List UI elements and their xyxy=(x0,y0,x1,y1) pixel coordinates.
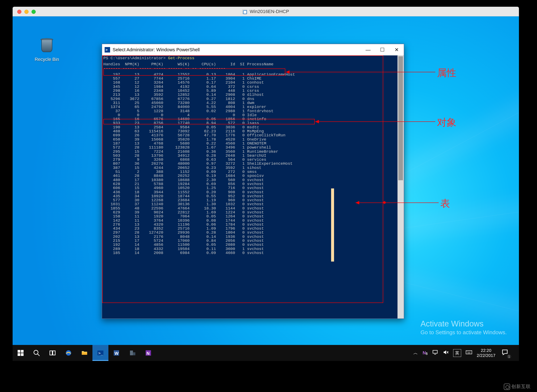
powershell-icon: >_ xyxy=(97,349,104,356)
system-tray[interactable]: ︿ N§ 英 22:20 2/22/2017 1 xyxy=(408,345,519,361)
tray-notifications-icon[interactable]: 1 xyxy=(501,349,514,357)
mac-minimize-button[interactable] xyxy=(24,10,28,14)
recycle-bin-label: Recycle Bin xyxy=(33,57,61,62)
svg-rect-1 xyxy=(21,350,23,353)
taskbar-powershell[interactable]: >_ xyxy=(93,345,108,361)
onenote-icon: N xyxy=(145,349,152,356)
svg-rect-6 xyxy=(50,351,52,355)
tray-clock[interactable]: 22:20 2/22/2017 xyxy=(477,348,497,358)
svg-text:W: W xyxy=(115,351,119,356)
process-row: 192 14 4856 11500 0.05 2080 0 svchost xyxy=(103,243,404,247)
taskbar[interactable]: >_ W N ︿ N§ 英 22:20 2/22/2 xyxy=(13,345,519,361)
process-rows: 197 13 4224 17552 0.13 1864 1 Applicatio… xyxy=(103,73,404,255)
scrollbar-thumb[interactable] xyxy=(398,56,403,180)
desktop-icon-recycle-bin[interactable]: Recycle Bin xyxy=(33,37,61,62)
process-row: 807 36 26276 48000 0.97 3272 1 ShellExpe… xyxy=(103,162,404,166)
mac-zoom-button[interactable] xyxy=(32,10,36,14)
svg-point-4 xyxy=(34,350,38,355)
task-view-icon xyxy=(49,349,56,356)
tray-volume-icon[interactable] xyxy=(443,349,448,356)
prompt-line: PS C:\Users\Administrator> Get-Process xyxy=(103,56,404,60)
column-headers: Handles NPM(K) PM(K) WS(K) CPU(s) Id SI … xyxy=(103,62,404,66)
search-icon xyxy=(33,349,40,356)
watermark-logo-icon xyxy=(504,384,510,390)
process-row: 158 11 1920 7064 0.05 1264 0 svchost xyxy=(103,215,404,219)
arrowhead-icon xyxy=(355,201,359,204)
windows-desktop[interactable]: Recycle Bin Select Administrator: Window… xyxy=(13,16,519,361)
powershell-output[interactable]: PS C:\Users\Administrator> Get-Process H… xyxy=(102,56,404,318)
process-row: 1374 65 24792 84060 5.55 4004 1 explorer xyxy=(103,105,404,109)
tray-onenote-icon[interactable]: N§ xyxy=(422,350,428,356)
tray-keyboard-icon[interactable] xyxy=(466,350,472,356)
recycle-bin-icon xyxy=(37,37,56,56)
minimize-button[interactable]: — xyxy=(361,44,375,56)
taskbar-ie[interactable] xyxy=(61,345,76,361)
svg-rect-3 xyxy=(21,353,23,356)
process-row: 606 15 4960 10520 1.25 716 0 svchost xyxy=(103,186,404,190)
taskbar-file-explorer[interactable] xyxy=(76,345,93,361)
mac-close-button[interactable] xyxy=(17,10,21,14)
svg-text:N: N xyxy=(147,351,149,356)
vm-icon xyxy=(243,10,247,14)
mac-titlebar: Win2016EN-DHCP xyxy=(13,7,519,16)
svg-rect-22 xyxy=(466,351,472,354)
scrollbar[interactable] xyxy=(397,56,404,318)
image-watermark: 创新互联 xyxy=(504,383,531,390)
annotation-dot xyxy=(383,201,386,204)
process-row: 213 13 3592 12852 0.14 2908 0 dllhost xyxy=(103,93,404,97)
process-row: 699 26 41376 56728 47.70 1776 0 OfficeCl… xyxy=(103,133,404,137)
svg-line-5 xyxy=(37,354,39,356)
arrowhead-icon xyxy=(286,70,290,74)
taskbar-server-manager[interactable] xyxy=(124,345,140,361)
column-underline: ------- ------ ----- ----- ------ -- -- … xyxy=(103,67,404,70)
process-row: 37 5 1228 3148 0.02 2988 1 fontdrvhost xyxy=(103,109,404,113)
process-row: 436 18 3944 11552 0.20 908 0 svchost xyxy=(103,190,404,194)
task-view-button[interactable] xyxy=(45,345,61,361)
svg-rect-7 xyxy=(53,351,55,355)
annotation-arrow-attr xyxy=(286,72,435,72)
annotation-label-attr: 属性 xyxy=(437,66,456,79)
activate-windows-watermark: Activate Windows Go to Settings to activ… xyxy=(421,319,507,336)
svg-rect-2 xyxy=(18,353,20,356)
windows-logo-icon xyxy=(17,349,24,356)
svg-rect-14 xyxy=(130,351,133,355)
tray-ime-indicator[interactable]: 英 xyxy=(453,349,461,357)
ie-icon xyxy=(65,349,72,356)
annotation-arrow-object xyxy=(315,121,435,122)
svg-rect-18 xyxy=(433,350,437,353)
process-row: 168 12 3264 14576 0.17 2104 1 conhost xyxy=(103,81,404,85)
powershell-window[interactable]: Select Administrator: Windows PowerShell… xyxy=(102,44,404,319)
mac-window-title: Win2016EN-DHCP xyxy=(243,9,289,14)
text-selection-caret xyxy=(331,188,334,261)
process-row: 461 28 8848 20252 0.19 1684 0 spoolsv xyxy=(103,174,404,178)
word-icon: W xyxy=(113,349,120,356)
process-row: 933 23 8756 17740 8.94 572 0 lsass xyxy=(103,121,404,125)
powershell-title: Select Administrator: Windows PowerShell xyxy=(113,47,200,52)
powershell-icon xyxy=(105,47,110,52)
taskbar-onenote[interactable]: N xyxy=(140,345,156,361)
process-row: 297 28 127420 29936 0.28 1804 0 svchost xyxy=(103,231,404,235)
tray-network-icon[interactable] xyxy=(432,349,438,356)
svg-rect-0 xyxy=(18,350,20,353)
annotation-label-table: 表 xyxy=(440,197,450,210)
taskbar-word[interactable]: W xyxy=(108,345,124,361)
maximize-button[interactable]: ☐ xyxy=(375,44,389,56)
process-row: 480 17 10380 18688 2.30 560 0 svchost xyxy=(103,178,404,182)
folder-icon xyxy=(81,349,88,356)
process-row: 185 14 2008 6984 0.09 4660 0 svchost xyxy=(103,251,404,255)
powershell-titlebar[interactable]: Select Administrator: Windows PowerShell… xyxy=(102,44,404,56)
svg-text:>_: >_ xyxy=(98,351,103,355)
annotation-label-object: 对象 xyxy=(437,116,456,129)
close-button[interactable]: ✕ xyxy=(389,44,404,56)
annotation-arrow-table xyxy=(355,202,439,203)
tray-chevron-up-icon[interactable]: ︿ xyxy=(413,350,418,356)
arrowhead-icon xyxy=(315,120,319,123)
svg-rect-9 xyxy=(82,352,87,355)
process-row: 295 15 7224 21608 0.36 3560 1 RuntimeBro… xyxy=(103,150,404,154)
server-manager-icon xyxy=(129,349,136,356)
start-button[interactable] xyxy=(13,345,28,361)
process-row: 142 11 3764 10396 0.08 1744 0 svchost xyxy=(103,219,404,223)
process-row: 572 28 111180 123828 1.67 3496 1 powersh… xyxy=(103,146,404,149)
search-button[interactable] xyxy=(28,345,45,361)
svg-rect-15 xyxy=(133,352,135,355)
